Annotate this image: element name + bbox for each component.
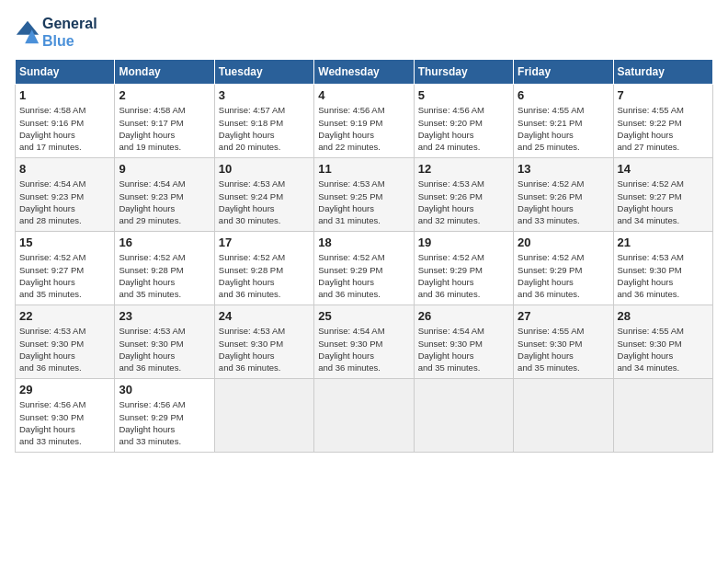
day-number: 9: [119, 162, 210, 176]
table-row: 30 Sunrise: 4:56 AMSunset: 9:29 PMDaylig…: [115, 379, 214, 453]
day-info: Sunrise: 4:56 AMSunset: 9:20 PMDaylight …: [418, 105, 484, 152]
day-info: Sunrise: 4:56 AMSunset: 9:29 PMDaylight …: [119, 399, 185, 446]
table-row: 11 Sunrise: 4:53 AMSunset: 9:25 PMDaylig…: [314, 158, 414, 232]
table-row: 7 Sunrise: 4:55 AMSunset: 9:22 PMDayligh…: [613, 85, 712, 158]
table-row: 13 Sunrise: 4:52 AMSunset: 9:26 PMDaylig…: [514, 158, 613, 232]
day-info: Sunrise: 4:52 AMSunset: 9:27 PMDaylight …: [618, 178, 684, 225]
table-row: 23 Sunrise: 4:53 AMSunset: 9:30 PMDaylig…: [115, 305, 214, 379]
svg-marker-0: [17, 21, 39, 35]
table-row: 8 Sunrise: 4:54 AMSunset: 9:23 PMDayligh…: [16, 158, 115, 232]
day-info: Sunrise: 4:53 AMSunset: 9:30 PMDaylight …: [618, 252, 684, 299]
table-row: 20 Sunrise: 4:52 AMSunset: 9:29 PMDaylig…: [514, 232, 613, 305]
day-info: Sunrise: 4:53 AMSunset: 9:30 PMDaylight …: [19, 326, 85, 373]
day-info: Sunrise: 4:52 AMSunset: 9:28 PMDaylight …: [219, 252, 285, 299]
logo: General Blue: [15, 15, 97, 50]
calendar-week-row: 8 Sunrise: 4:54 AMSunset: 9:23 PMDayligh…: [16, 158, 713, 232]
table-row: 25 Sunrise: 4:54 AMSunset: 9:30 PMDaylig…: [314, 305, 414, 379]
table-row: 6 Sunrise: 4:55 AMSunset: 9:21 PMDayligh…: [514, 85, 613, 158]
logo-text-line1: General: [42, 15, 97, 32]
table-row: [613, 379, 712, 453]
day-number: 27: [518, 309, 609, 323]
table-row: 24 Sunrise: 4:53 AMSunset: 9:30 PMDaylig…: [214, 305, 313, 379]
day-number: 18: [318, 236, 409, 249]
day-number: 7: [618, 88, 709, 102]
day-number: 26: [418, 309, 509, 323]
day-number: 29: [19, 383, 110, 396]
day-number: 25: [318, 309, 409, 323]
table-row: 15 Sunrise: 4:52 AMSunset: 9:27 PMDaylig…: [16, 232, 115, 305]
col-friday: Friday: [514, 60, 613, 85]
day-number: 15: [19, 236, 110, 249]
day-info: Sunrise: 4:53 AMSunset: 9:30 PMDaylight …: [219, 326, 285, 373]
table-row: 10 Sunrise: 4:53 AMSunset: 9:24 PMDaylig…: [214, 158, 313, 232]
day-info: Sunrise: 4:57 AMSunset: 9:18 PMDaylight …: [219, 105, 285, 152]
calendar-header-row: Sunday Monday Tuesday Wednesday Thursday…: [16, 60, 713, 85]
table-row: 17 Sunrise: 4:52 AMSunset: 9:28 PMDaylig…: [214, 232, 313, 305]
day-number: 3: [219, 88, 310, 102]
day-info: Sunrise: 4:55 AMSunset: 9:21 PMDaylight …: [518, 105, 584, 152]
day-number: 11: [318, 162, 409, 176]
day-info: Sunrise: 4:54 AMSunset: 9:30 PMDaylight …: [418, 326, 484, 373]
col-tuesday: Tuesday: [214, 60, 313, 85]
day-info: Sunrise: 4:56 AMSunset: 9:19 PMDaylight …: [318, 105, 384, 152]
day-number: 1: [19, 88, 110, 102]
day-number: 14: [618, 162, 709, 176]
table-row: 21 Sunrise: 4:53 AMSunset: 9:30 PMDaylig…: [613, 232, 712, 305]
day-number: 2: [119, 88, 210, 102]
day-info: Sunrise: 4:52 AMSunset: 9:27 PMDaylight …: [19, 252, 85, 299]
col-sunday: Sunday: [16, 60, 115, 85]
day-info: Sunrise: 4:52 AMSunset: 9:28 PMDaylight …: [119, 252, 185, 299]
table-row: 1 Sunrise: 4:58 AMSunset: 9:16 PMDayligh…: [16, 85, 115, 158]
day-info: Sunrise: 4:55 AMSunset: 9:30 PMDaylight …: [518, 326, 584, 373]
day-number: 22: [19, 309, 110, 323]
table-row: [314, 379, 414, 453]
day-info: Sunrise: 4:56 AMSunset: 9:30 PMDaylight …: [19, 399, 85, 446]
table-row: 5 Sunrise: 4:56 AMSunset: 9:20 PMDayligh…: [414, 85, 513, 158]
day-number: 6: [518, 88, 609, 102]
day-info: Sunrise: 4:58 AMSunset: 9:17 PMDaylight …: [119, 105, 185, 152]
col-saturday: Saturday: [613, 60, 712, 85]
day-info: Sunrise: 4:52 AMSunset: 9:26 PMDaylight …: [518, 178, 584, 225]
calendar-week-row: 22 Sunrise: 4:53 AMSunset: 9:30 PMDaylig…: [16, 305, 713, 379]
table-row: 16 Sunrise: 4:52 AMSunset: 9:28 PMDaylig…: [115, 232, 214, 305]
logo-text-line2: Blue: [42, 32, 97, 50]
calendar-week-row: 15 Sunrise: 4:52 AMSunset: 9:27 PMDaylig…: [16, 232, 713, 305]
day-info: Sunrise: 4:53 AMSunset: 9:24 PMDaylight …: [219, 178, 285, 225]
day-info: Sunrise: 4:53 AMSunset: 9:26 PMDaylight …: [418, 178, 484, 225]
day-info: Sunrise: 4:52 AMSunset: 9:29 PMDaylight …: [518, 252, 584, 299]
day-info: Sunrise: 4:54 AMSunset: 9:30 PMDaylight …: [318, 326, 384, 373]
day-number: 8: [19, 162, 110, 176]
header: General Blue: [15, 15, 713, 50]
day-info: Sunrise: 4:54 AMSunset: 9:23 PMDaylight …: [19, 178, 85, 225]
table-row: 2 Sunrise: 4:58 AMSunset: 9:17 PMDayligh…: [115, 85, 214, 158]
table-row: 29 Sunrise: 4:56 AMSunset: 9:30 PMDaylig…: [16, 379, 115, 453]
day-number: 17: [219, 236, 310, 249]
table-row: 4 Sunrise: 4:56 AMSunset: 9:19 PMDayligh…: [314, 85, 414, 158]
day-info: Sunrise: 4:54 AMSunset: 9:23 PMDaylight …: [119, 178, 185, 225]
table-row: 26 Sunrise: 4:54 AMSunset: 9:30 PMDaylig…: [414, 305, 513, 379]
day-info: Sunrise: 4:52 AMSunset: 9:29 PMDaylight …: [318, 252, 384, 299]
col-monday: Monday: [115, 60, 214, 85]
day-number: 21: [618, 236, 709, 249]
day-number: 4: [318, 88, 409, 102]
day-info: Sunrise: 4:55 AMSunset: 9:22 PMDaylight …: [618, 105, 684, 152]
day-number: 23: [119, 309, 210, 323]
table-row: 22 Sunrise: 4:53 AMSunset: 9:30 PMDaylig…: [16, 305, 115, 379]
table-row: 18 Sunrise: 4:52 AMSunset: 9:29 PMDaylig…: [314, 232, 414, 305]
day-info: Sunrise: 4:55 AMSunset: 9:30 PMDaylight …: [618, 326, 684, 373]
table-row: 14 Sunrise: 4:52 AMSunset: 9:27 PMDaylig…: [613, 158, 712, 232]
table-row: 9 Sunrise: 4:54 AMSunset: 9:23 PMDayligh…: [115, 158, 214, 232]
col-thursday: Thursday: [414, 60, 513, 85]
day-number: 10: [219, 162, 310, 176]
day-number: 24: [219, 309, 310, 323]
day-number: 16: [119, 236, 210, 249]
day-info: Sunrise: 4:58 AMSunset: 9:16 PMDaylight …: [19, 105, 85, 152]
col-wednesday: Wednesday: [314, 60, 414, 85]
logo-icon: [15, 19, 40, 45]
day-info: Sunrise: 4:52 AMSunset: 9:29 PMDaylight …: [418, 252, 484, 299]
table-row: [414, 379, 513, 453]
table-row: 19 Sunrise: 4:52 AMSunset: 9:29 PMDaylig…: [414, 232, 513, 305]
day-number: 20: [518, 236, 609, 249]
table-row: 28 Sunrise: 4:55 AMSunset: 9:30 PMDaylig…: [613, 305, 712, 379]
day-number: 12: [418, 162, 509, 176]
